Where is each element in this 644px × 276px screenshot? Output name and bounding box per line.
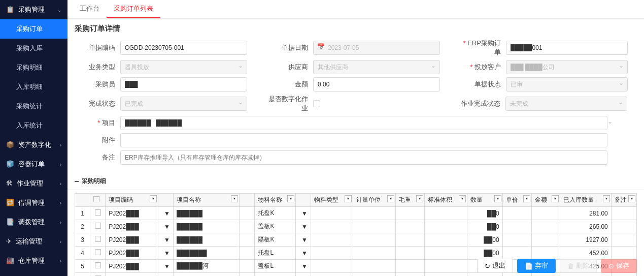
- dropdown-icon[interactable]: ▼: [301, 236, 308, 243]
- proj-code-cell: PJ202███: [106, 220, 158, 233]
- dropdown-icon[interactable]: ▼: [301, 223, 308, 230]
- table-row[interactable]: 4 PJ202███ ▼ ███████ 托盘L ▼ ██00 452.00: [75, 247, 637, 260]
- amount-label: 金额: [267, 80, 313, 89]
- filter-button[interactable]: ▾: [345, 195, 352, 202]
- table-row[interactable]: 2 PJ202███ ▼ ██████ 盖板K ▼ ██0 265.00: [75, 220, 637, 233]
- mat-name-cell: 隔板L: [255, 273, 295, 277]
- sidebar-item[interactable]: 采购统计: [0, 97, 67, 116]
- sidebar-icon: 📑: [6, 218, 14, 226]
- filter-button[interactable]: ▾: [387, 195, 394, 202]
- dropdown-icon[interactable]: ▼: [301, 263, 308, 270]
- sidebar-item[interactable]: 采购明细: [0, 58, 67, 77]
- qty-cell: ██00: [467, 273, 502, 277]
- table-row[interactable]: 6 PJ202███ ▼ ██████ 隔板L ▼ ██00 2587.00: [75, 273, 637, 277]
- sidebar-group[interactable]: 🗂基础档案›: [0, 270, 67, 276]
- dropdown-icon[interactable]: ▼: [301, 210, 308, 217]
- filter-button[interactable]: ▾: [150, 195, 157, 202]
- filter-button[interactable]: ▾: [523, 195, 530, 202]
- dropdown-icon[interactable]: ▼: [164, 250, 170, 257]
- col-header: 标准体积▾: [424, 194, 467, 207]
- mat-name-cell: 托盘L: [255, 247, 295, 260]
- chevron-icon: ›: [60, 162, 61, 167]
- filter-button[interactable]: ▾: [603, 195, 610, 202]
- mat-name-cell: 托盘K: [255, 207, 295, 220]
- proj-code-cell: PJ202███: [106, 207, 158, 220]
- sidebar-item[interactable]: 入库统计: [0, 116, 67, 135]
- row-checkbox[interactable]: [95, 236, 101, 242]
- tab[interactable]: 采购订单列表: [107, 0, 160, 18]
- amount-input[interactable]: [313, 77, 440, 91]
- supplier-select[interactable]: [313, 60, 440, 74]
- filter-button[interactable]: ▾: [287, 195, 294, 202]
- sidebar-icon: ✈: [6, 237, 12, 245]
- buyer-input[interactable]: [120, 77, 247, 91]
- customer-select[interactable]: [506, 60, 628, 74]
- dropdown-icon[interactable]: ▼: [164, 223, 170, 230]
- digital-checkbox[interactable]: [313, 100, 320, 107]
- chevron-icon: ›: [60, 200, 61, 206]
- exit-button[interactable]: ↻退出: [477, 259, 513, 273]
- sidebar-group[interactable]: 📋采购管理⌄: [0, 0, 67, 19]
- row-index: 5: [75, 260, 90, 273]
- delete-icon: 🗑: [567, 262, 574, 270]
- project-select[interactable]: [120, 116, 607, 130]
- sidebar-group[interactable]: ✈运输管理›: [0, 232, 67, 251]
- job-finish-label: 作业完成状态: [460, 99, 505, 108]
- sidebar-icon: 📦: [6, 141, 14, 148]
- exit-icon: ↻: [485, 262, 490, 270]
- save-button[interactable]: ⊙保存: [601, 259, 637, 273]
- dropdown-icon[interactable]: ▼: [164, 263, 170, 270]
- bill-code-input[interactable]: [120, 41, 247, 55]
- table-row[interactable]: 3 PJ202███ ▼ ██████ 隔板K ▼ ██00 1927.00: [75, 233, 637, 247]
- tabs-bar: 工作台采购订单列表: [67, 0, 644, 19]
- sidebar-group[interactable]: 🏭仓库管理›: [0, 251, 67, 270]
- row-index: 3: [75, 233, 90, 247]
- erp-order-input[interactable]: [506, 41, 628, 55]
- sidebar-group[interactable]: 📦资产数字化›: [0, 135, 67, 155]
- row-index: 4: [75, 247, 90, 260]
- sidebar-item[interactable]: 入库明细: [0, 77, 67, 97]
- remark-input[interactable]: [120, 150, 607, 165]
- finish-status-select[interactable]: [120, 97, 247, 111]
- filter-button[interactable]: ▾: [494, 195, 501, 202]
- row-checkbox[interactable]: [95, 209, 101, 216]
- sidebar-icon: 🏭: [6, 257, 14, 264]
- tab[interactable]: 工作台: [73, 0, 107, 18]
- job-finish-select[interactable]: [505, 97, 627, 111]
- sidebar-item[interactable]: 采购入库: [0, 39, 67, 58]
- bill-date-input[interactable]: [313, 41, 440, 55]
- sidebar-group[interactable]: 🧊容器订单›: [0, 155, 67, 174]
- dropdown-icon[interactable]: ▼: [164, 236, 170, 243]
- filter-button[interactable]: ▾: [552, 195, 559, 202]
- bill-status-select[interactable]: [506, 77, 628, 91]
- biz-type-select[interactable]: [120, 60, 247, 74]
- header-checkbox[interactable]: [93, 196, 99, 202]
- sidebar-group-label: 仓库管理: [18, 257, 45, 264]
- dropdown-icon[interactable]: ▼: [301, 250, 308, 257]
- bill-code-label: 单据编码: [75, 43, 120, 52]
- filter-button[interactable]: ▾: [628, 195, 635, 202]
- delete-button[interactable]: 🗑删除: [560, 259, 597, 273]
- col-header: 项目名称▾: [173, 194, 239, 207]
- qty-cell: ██0: [467, 207, 502, 220]
- attach-input[interactable]: [120, 133, 607, 147]
- sidebar-item[interactable]: 采购订单: [0, 19, 67, 39]
- col-header: [158, 194, 173, 207]
- sidebar-group[interactable]: 🛠作业管理›: [0, 174, 67, 193]
- col-header: 单价▾: [502, 194, 531, 207]
- col-header: 物料类型▾: [311, 194, 353, 207]
- bill-status-label: 单据状态: [460, 80, 506, 89]
- sidebar-group[interactable]: 📑调拨管理›: [0, 212, 67, 232]
- table-row[interactable]: 1 PJ202███ ▼ ██████ 托盘K ▼ ██0 281.00: [75, 207, 637, 220]
- row-checkbox[interactable]: [95, 223, 101, 229]
- filter-button[interactable]: ▾: [416, 195, 423, 202]
- row-checkbox[interactable]: [95, 249, 101, 255]
- row-checkbox[interactable]: [95, 262, 101, 268]
- dropdown-icon[interactable]: ▼: [164, 210, 170, 217]
- col-header: 已入库数量▾: [560, 194, 611, 207]
- sidebar-group[interactable]: 🔁借调管理›: [0, 193, 67, 212]
- filter-button[interactable]: ▾: [459, 195, 466, 202]
- abandon-audit-button[interactable]: 📄弃审: [517, 259, 556, 273]
- sidebar-group-label: 采购管理: [18, 6, 45, 13]
- filter-button[interactable]: ▾: [231, 195, 238, 202]
